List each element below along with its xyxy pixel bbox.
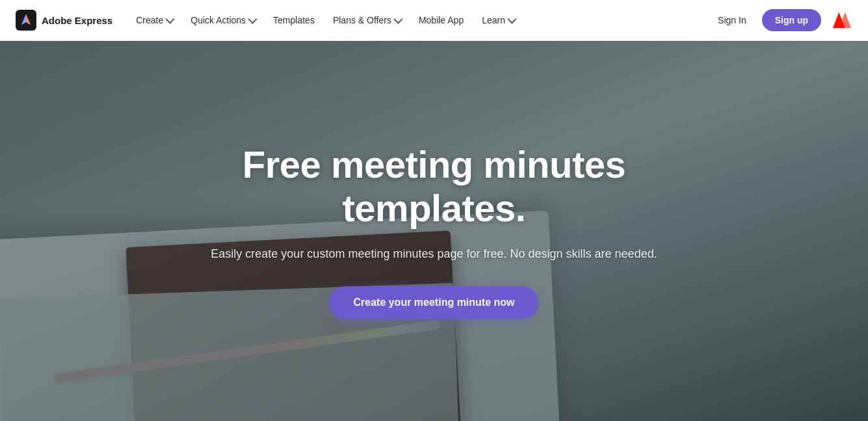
nav-item-mobile-app[interactable]: Mobile App — [411, 10, 471, 31]
nav-learn-label: Learn — [482, 15, 505, 25]
hero-content: Free meeting minutes templates. Easily c… — [142, 143, 727, 319]
sign-in-button[interactable]: Sign In — [710, 10, 754, 31]
adobe-express-icon — [16, 10, 36, 31]
nav-item-learn[interactable]: Learn — [474, 10, 522, 31]
nav-links: Create Quick Actions Templates Plans & O… — [128, 10, 710, 31]
nav-mobile-label: Mobile App — [419, 15, 464, 25]
chevron-down-icon — [248, 15, 257, 24]
nav-quick-actions-label: Quick Actions — [191, 15, 246, 25]
nav-actions: Sign In Sign up — [710, 9, 852, 31]
nav-item-create[interactable]: Create — [128, 10, 180, 31]
brand-logo[interactable]: Adobe Express — [16, 10, 112, 31]
chevron-down-icon — [166, 15, 175, 24]
nav-plans-label: Plans & Offers — [333, 15, 391, 25]
brand-name-label: Adobe Express — [42, 15, 112, 26]
hero-subtitle: Easily create your custom meeting minute… — [168, 245, 701, 263]
nav-templates-label: Templates — [273, 15, 315, 25]
sign-up-button[interactable]: Sign up — [762, 9, 821, 31]
nav-create-label: Create — [136, 15, 163, 25]
nav-item-templates[interactable]: Templates — [265, 10, 322, 31]
chevron-down-icon — [507, 15, 516, 24]
adobe-logo-svg — [833, 11, 851, 29]
hero-section: Free meeting minutes templates. Easily c… — [0, 41, 868, 421]
hero-title: Free meeting minutes templates. — [168, 143, 701, 230]
chevron-down-icon — [393, 15, 402, 24]
navbar: Adobe Express Create Quick Actions Templ… — [0, 0, 868, 41]
nav-item-plans[interactable]: Plans & Offers — [325, 10, 408, 31]
adobe-red-logo-icon — [832, 10, 852, 31]
hero-cta-button[interactable]: Create your meeting minute now — [330, 286, 538, 319]
adobe-express-svg — [19, 13, 33, 27]
nav-item-quick-actions[interactable]: Quick Actions — [183, 10, 263, 31]
